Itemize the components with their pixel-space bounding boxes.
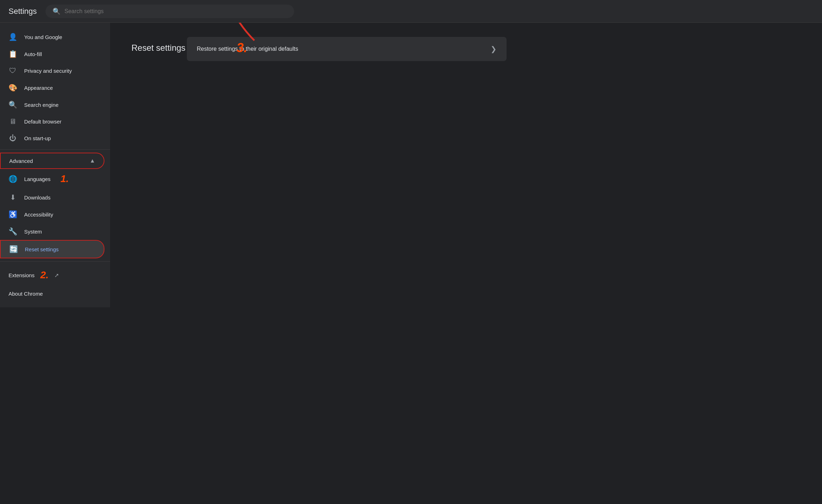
sidebar-item-label: Reset settings — [25, 246, 59, 252]
sidebar-item-accessibility[interactable]: ♿ Accessibility — [0, 206, 104, 223]
search-icon: 🔍 — [53, 7, 60, 15]
reset-icon: 🔄 — [9, 245, 18, 253]
person-icon: 👤 — [9, 33, 17, 41]
sidebar-item-label: Auto-fill — [24, 51, 42, 57]
sidebar-item-default-browser[interactable]: 🖥 Default browser — [0, 113, 104, 130]
autofill-icon: 📋 — [9, 50, 17, 58]
sidebar-item-search-engine[interactable]: 🔍 Search engine — [0, 96, 104, 113]
restore-settings-card[interactable]: Restore settings to their original defau… — [187, 37, 507, 61]
sidebar-item-label: On start-up — [24, 135, 51, 141]
browser-icon: 🖥 — [9, 117, 17, 126]
sidebar-item-system[interactable]: 🔧 System — [0, 223, 104, 240]
about-chrome-label: About Chrome — [9, 291, 43, 297]
sidebar-item-downloads[interactable]: ⬇ Downloads — [0, 189, 104, 206]
sidebar-item-label: Appearance — [24, 85, 53, 91]
power-icon: ⏻ — [9, 134, 17, 142]
sidebar-item-label: Downloads — [24, 195, 50, 201]
sidebar-item-label: You and Google — [24, 34, 62, 40]
sidebar-item-label: Search engine — [24, 102, 59, 108]
app-title: Settings — [9, 7, 37, 16]
divider — [0, 149, 110, 150]
extensions-label: Extensions — [9, 272, 34, 278]
sidebar-item-appearance[interactable]: 🎨 Appearance — [0, 79, 104, 96]
accessibility-icon: ♿ — [9, 210, 17, 219]
restore-settings-label: Restore settings to their original defau… — [197, 46, 298, 52]
sidebar-item-reset-settings[interactable]: 🔄 Reset settings — [0, 240, 104, 258]
external-link-icon: ➚ — [54, 272, 59, 279]
divider2 — [0, 261, 110, 262]
sidebar-item-languages[interactable]: 🌐 Languages 1. — [0, 169, 104, 189]
sidebar: 👤 You and Google 📋 Auto-fill 🛡 Privacy a… — [0, 23, 110, 307]
search-engine-icon: 🔍 — [9, 100, 17, 109]
shield-icon: 🛡 — [9, 67, 17, 75]
main-content: Reset settings Restore settings to their… — [110, 23, 822, 504]
sidebar-item-label: Accessibility — [24, 212, 53, 218]
advanced-label: Advanced — [9, 158, 33, 164]
page-title: Reset settings — [131, 43, 185, 53]
download-icon: ⬇ — [9, 193, 17, 202]
sidebar-item-on-startup[interactable]: ⏻ On start-up — [0, 130, 104, 147]
sidebar-item-label: System — [24, 229, 42, 235]
sidebar-item-extensions[interactable]: Extensions 2. ➚ — [0, 264, 110, 286]
chevron-up-icon: ▲ — [90, 158, 95, 164]
sidebar-item-label: Languages — [24, 176, 50, 182]
sidebar-item-label: Default browser — [24, 119, 61, 125]
sidebar-item-about-chrome[interactable]: About Chrome — [0, 286, 110, 302]
topbar: Settings 🔍 — [0, 0, 822, 23]
annotation-1: 1. — [60, 173, 69, 185]
annotation-2: 2. — [40, 269, 48, 281]
search-input[interactable] — [65, 8, 287, 15]
sidebar-item-you-google[interactable]: 👤 You and Google — [0, 28, 104, 45]
globe-icon: 🌐 — [9, 175, 17, 183]
sidebar-item-label: Privacy and security — [24, 68, 72, 74]
sidebar-item-autofill[interactable]: 📋 Auto-fill — [0, 45, 104, 62]
wrench-icon: 🔧 — [9, 227, 17, 236]
chevron-right-icon: ❯ — [491, 45, 497, 53]
search-bar[interactable]: 🔍 — [45, 5, 294, 18]
palette-icon: 🎨 — [9, 83, 17, 92]
sidebar-item-privacy[interactable]: 🛡 Privacy and security — [0, 62, 104, 79]
advanced-header[interactable]: Advanced ▲ — [0, 153, 104, 169]
